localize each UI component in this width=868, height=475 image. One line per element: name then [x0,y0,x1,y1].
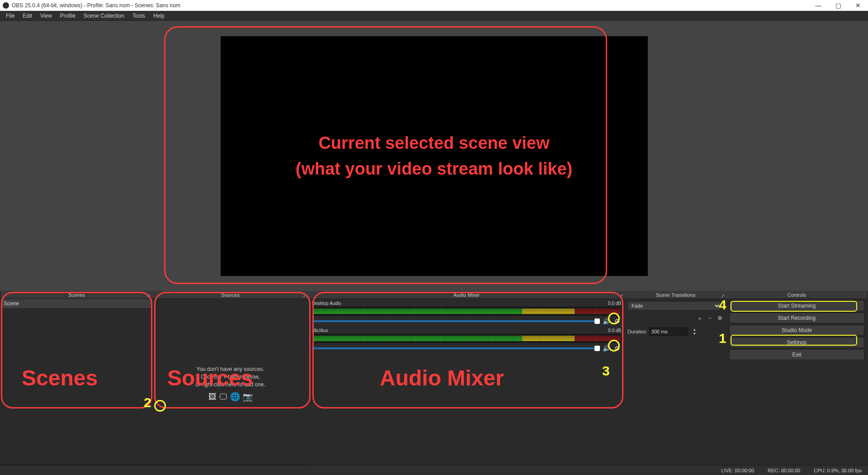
sources-title[interactable]: Sources ⤢ [152,291,308,299]
status-cpu: CPU: 0.9%, 30.00 fps [814,468,862,473]
menu-scene-collection[interactable]: Scene Collection [80,13,128,19]
volume-slider[interactable] [312,320,600,322]
menu-bar: File Edit View Profile Scene Collection … [0,11,868,21]
studio-mode-button[interactable]: Studio Mode [729,325,864,336]
status-rec: REC: 00:00:00 [768,468,800,473]
transition-remove-button[interactable]: − [706,315,714,323]
status-bar: LIVE: 00:00:00 REC: 00:00:00 CPU: 0.9%, … [0,465,868,475]
image-icon: 🖼 [208,392,217,402]
status-live: LIVE: 00:00:00 [721,468,754,473]
maximize-button[interactable]: ▢ [828,0,848,11]
menu-view[interactable]: View [36,13,56,19]
preview-background: Current selected scene view (what your v… [0,21,868,291]
sources-empty-line2: Click the + button below, [201,374,259,380]
duration-label: Duration [627,329,646,334]
preview-overlay-line2: (what your video stream look like) [296,156,572,182]
speaker-icon[interactable]: 🔊 [603,345,610,352]
transition-select[interactable]: Fade [627,301,721,310]
transition-properties-button[interactable]: ⚙ [716,315,724,323]
volume-slider[interactable] [312,347,600,349]
app-icon [3,2,9,9]
settings-button[interactable]: Settings [729,337,864,348]
start-streaming-button[interactable]: Start Streaming [729,300,864,311]
transitions-title[interactable]: Scene Transitions ⤢ [625,291,726,299]
menu-edit[interactable]: Edit [19,13,36,19]
audio-meter [312,334,621,343]
mixer-channel-level: 0.0 dB [608,301,621,306]
controls-dock: Controls Start Streaming Start Recording… [726,291,867,475]
minimize-button[interactable]: — [808,0,828,11]
audio-mixer-dock: Audio Mixer ⤢ Desktop Audio 0.0 dB [308,291,625,475]
exit-button[interactable]: Exit [729,349,864,360]
preview-overlay-line1: Current selected scene view [318,130,549,156]
mixer-title[interactable]: Audio Mixer ⤢ [308,291,625,299]
transition-add-button[interactable]: ＋ [696,315,704,323]
sources-empty-line1: You don't have any sources. [197,366,264,372]
menu-help[interactable]: Help [149,13,169,19]
preview-canvas[interactable]: Current selected scene view (what your v… [221,36,648,276]
start-recording-button[interactable]: Start Recording [729,313,864,323]
duration-stepper[interactable]: ▴▾ [691,328,699,336]
mixer-channel-level: 0.0 dB [608,328,621,333]
mixer-channel: Mic/Aux 0.0 dB 🔊 ⚙ [308,326,625,353]
speaker-icon[interactable]: 🔊 [603,318,610,325]
sources-dock: Sources ⤢ You don't have any sources. Cl… [152,291,308,475]
scene-list-item[interactable]: Scene [1,299,152,309]
scenes-dock: Scenes ⤢ Scene ＋ − ∧ ∨ [1,291,152,475]
menu-profile[interactable]: Profile [56,13,80,19]
close-button[interactable]: ✕ [848,0,868,11]
sources-empty-state[interactable]: You don't have any sources. Click the + … [152,299,308,464]
mixer-channel-name: Desktop Audio [312,301,341,306]
window-title: OBS 25.0.4 (64-bit, windows) - Profile: … [12,2,180,9]
menu-file[interactable]: File [2,13,19,19]
mixer-channel-name: Mic/Aux [312,328,328,333]
sources-empty-line3: or right click here to add one. [195,381,265,388]
controls-title[interactable]: Controls [726,291,867,299]
globe-icon: 🌐 [230,392,240,402]
camera-icon: 📷 [243,392,253,402]
channel-settings-button[interactable]: ⚙ [613,344,621,352]
display-icon: 🖵 [219,392,227,402]
mixer-channel: Desktop Audio 0.0 dB 🔊 ⚙ [308,299,625,326]
menu-tools[interactable]: Tools [128,13,149,19]
duration-input[interactable] [649,328,688,336]
window-titlebar: OBS 25.0.4 (64-bit, windows) - Profile: … [0,0,868,11]
scenes-title[interactable]: Scenes ⤢ [1,291,152,299]
audio-meter [312,307,621,316]
scene-transitions-dock: Scene Transitions ⤢ Fade ＋ − ⚙ Duration [625,291,726,475]
channel-settings-button[interactable]: ⚙ [613,317,621,325]
